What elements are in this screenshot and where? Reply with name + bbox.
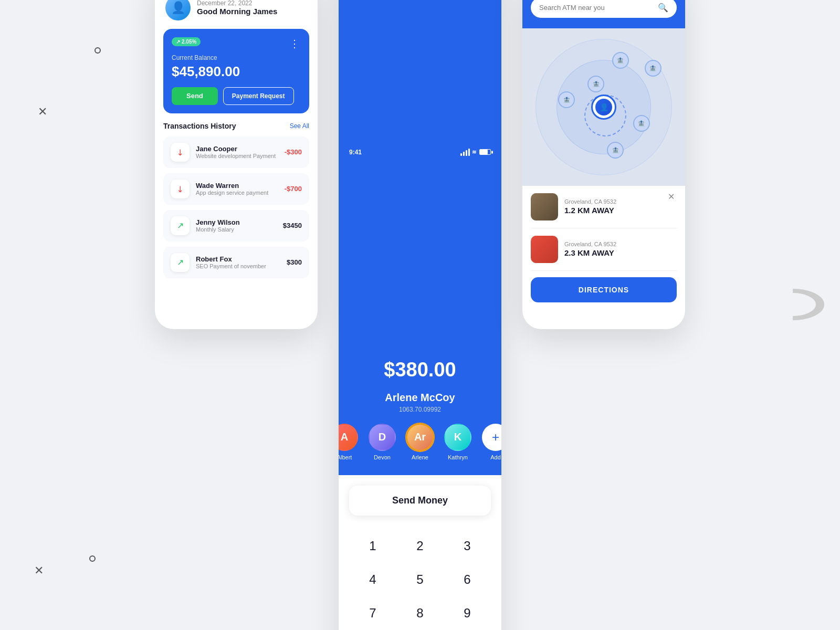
status-time-2: 9:41 [349, 149, 362, 156]
recipient-name: Arlene McCoy [349, 392, 491, 404]
atm-thumb-2 [531, 236, 558, 263]
tx-name-2: Jenny Wilson [196, 218, 277, 226]
search-bar[interactable]: 🔍 [531, 0, 677, 18]
trend-badge: ↗ 2.05% [172, 37, 201, 46]
tx-amount-3: $300 [287, 258, 302, 266]
numpad-key-2[interactable]: 2 [396, 529, 444, 563]
contact-add[interactable]: + Add [482, 424, 501, 460]
tx-desc-0: Website development Payment [196, 153, 278, 159]
add-contact-btn[interactable]: + [482, 424, 501, 451]
contact-albert[interactable]: A Albert [339, 424, 358, 460]
table-row: ↘ Wade Warren App design service payment… [163, 173, 309, 205]
battery-icon-2 [479, 149, 491, 155]
table-row: ↘ Jane Cooper Website development Paymen… [163, 136, 309, 168]
contact-arlene[interactable]: Ar Arlene [406, 424, 434, 460]
atm-pin-4[interactable]: 🏦 [633, 115, 650, 132]
contact-name-arlene: Arlene [406, 454, 434, 460]
map-area: 👤 🏦 🏦 🏦 🏦 🏦 🏦 [522, 28, 685, 186]
atm-header: 🔍 [522, 0, 685, 28]
tx-amount-1: -$700 [285, 185, 302, 193]
atm-info-1: Groveland, CA 9532 1.2 KM AWAY [564, 198, 616, 215]
tx-amount-2: $3450 [283, 222, 302, 229]
card-menu-btn[interactable]: ⋮ [289, 37, 301, 50]
atm-item-1[interactable]: Groveland, CA 9532 1.2 KM AWAY ✕ [531, 186, 677, 228]
numpad-key-5[interactable]: 5 [396, 563, 444, 596]
contacts-row: A Albert D Devon Ar Arlene [349, 424, 491, 460]
atm-pin-3[interactable]: 🏦 [558, 91, 575, 108]
decoration-dot-bl [89, 555, 96, 562]
contact-kathryn[interactable]: K Kathryn [444, 424, 471, 460]
atm-distance-2: 2.3 KM AWAY [564, 248, 616, 257]
tx-name-3: Robert Fox [196, 255, 280, 263]
numpad-key-7[interactable]: 7 [349, 596, 396, 630]
table-row: ↗ Robert Fox SEO Payment of november $30… [163, 247, 309, 278]
contact-name-devon: Devon [369, 454, 396, 460]
numpad-key-1[interactable]: 1 [349, 529, 396, 563]
card-buttons: Send Payment Request [172, 87, 301, 105]
see-all-btn[interactable]: See All [290, 122, 309, 130]
table-row: ↗ Jenny Wilson Monthly Salary $3450 [163, 210, 309, 242]
user-greeting: Good Morning James [197, 7, 277, 16]
numpad-key-3[interactable]: 3 [444, 529, 491, 563]
signal-icon-2 [460, 149, 470, 156]
close-atm-1[interactable]: ✕ [665, 191, 677, 203]
phone-atm-finder: 9:41 ≋ 🔍 [522, 0, 685, 329]
search-icon: 🔍 [658, 3, 668, 13]
decoration-x-tl: ✕ [38, 105, 47, 119]
search-input[interactable] [539, 4, 653, 12]
send-money-button[interactable]: Send Money [349, 486, 491, 516]
user-header: 👤 December 22, 2022 Good Morning James [155, 0, 318, 29]
atm-thumb-1 [531, 193, 558, 220]
avatar-kathryn: K [444, 424, 471, 451]
decoration-x-bl: ✕ [34, 564, 44, 578]
tx-desc-1: App design service payment [196, 190, 278, 196]
status-icons-2: ≋ [460, 149, 491, 156]
send-amount: $380.00 [349, 359, 491, 381]
balance-card: ↗ 2.05% ⋮ Current Balance $45,890.00 Sen… [163, 29, 309, 113]
avatar-albert: A [339, 424, 358, 451]
atm-pin-1[interactable]: 🏦 [612, 52, 629, 69]
atm-image-2 [531, 236, 558, 263]
atm-list: Groveland, CA 9532 1.2 KM AWAY ✕ Grovela… [522, 186, 685, 271]
tx-icon-1: ↘ [171, 180, 190, 198]
payment-request-button[interactable]: Payment Request [223, 87, 294, 105]
tx-desc-2: Monthly Salary [196, 226, 277, 233]
directions-button[interactable]: DIRECTIONS [531, 277, 677, 302]
send-button[interactable]: Send [172, 87, 218, 105]
user-date: December 22, 2022 [197, 0, 277, 7]
contact-devon[interactable]: D Devon [369, 424, 396, 460]
phones-container: 9:41 ) ≈ 👤 December 22, 2022 Good Morni… [134, 0, 706, 630]
tx-icon-3: ↗ [171, 253, 190, 272]
atm-pin-5[interactable]: 🏦 [607, 142, 624, 159]
decoration-c-shape [761, 289, 824, 320]
atm-pin-6[interactable]: 🏦 [587, 76, 604, 92]
user-info: December 22, 2022 Good Morning James [197, 0, 277, 16]
balance-amount: $45,890.00 [172, 64, 301, 80]
contact-name-albert: Albert [339, 454, 358, 460]
tx-desc-3: SEO Payment of november [196, 263, 280, 269]
tx-icon-2: ↗ [171, 216, 190, 235]
tx-name-1: Wade Warren [196, 182, 278, 190]
tx-info-2: Jenny Wilson Monthly Salary [196, 218, 277, 233]
status-bar-2: 9:41 ≋ [339, 0, 501, 350]
numpad-key-6[interactable]: 6 [444, 563, 491, 596]
recipient-id: 1063.70.09992 [349, 406, 491, 413]
atm-item-2[interactable]: Groveland, CA 9532 2.3 KM AWAY [531, 228, 677, 271]
numpad-grid: 1 2 3 4 5 6 7 8 9 ⌫ 0 [349, 529, 491, 631]
atm-pin-2[interactable]: 🏦 [645, 60, 662, 77]
avatar-arlene: Ar [406, 424, 434, 451]
numpad: 1 2 3 4 5 6 7 8 9 ⌫ 0 [339, 524, 501, 631]
send-money-header: $380.00 Arlene McCoy 1063.70.09992 A Alb… [339, 350, 501, 475]
numpad-key-9[interactable]: 9 [444, 596, 491, 630]
atm-location-2: Groveland, CA 9532 [564, 241, 616, 247]
transactions-section: Transactions History See All ↘ Jane Coop… [155, 113, 318, 278]
atm-image-1 [531, 193, 558, 220]
tx-name-0: Jane Cooper [196, 145, 278, 153]
phone-send-money: 9:41 ≋ $380.00 Arlene McCoy 1063.70.0999… [339, 0, 501, 630]
atm-distance-1: 1.2 KM AWAY [564, 206, 616, 215]
numpad-key-4[interactable]: 4 [349, 563, 396, 596]
numpad-key-8[interactable]: 8 [396, 596, 444, 630]
decoration-dot-tl [94, 47, 101, 54]
tx-info-1: Wade Warren App design service payment [196, 182, 278, 196]
tx-icon-0: ↘ [171, 143, 190, 162]
